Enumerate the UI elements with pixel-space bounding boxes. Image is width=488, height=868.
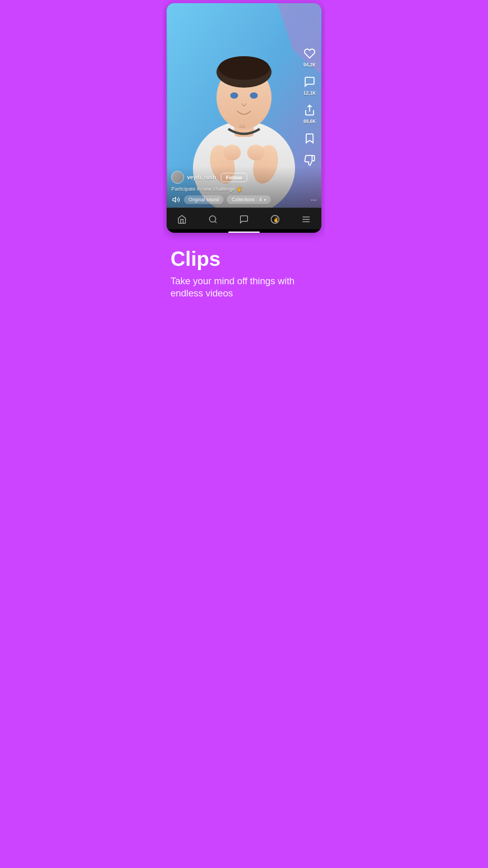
- bookmark-icon: [302, 131, 317, 146]
- svg-line-17: [215, 221, 216, 223]
- share-button[interactable]: 88,6K: [302, 102, 317, 124]
- promo-section: Clips Take your mind off things with end…: [163, 236, 325, 315]
- home-indicator: [228, 232, 260, 233]
- nav-item-messages[interactable]: [233, 213, 255, 226]
- original-sound-tag[interactable]: Original sound: [184, 195, 224, 204]
- nav-item-clips[interactable]: ✌: [264, 213, 286, 226]
- svg-text:△△: △△: [239, 123, 246, 128]
- svg-point-8: [250, 92, 258, 99]
- messages-icon: [239, 214, 249, 224]
- original-sound-label: Original sound: [189, 197, 219, 202]
- clips-icon: ✌: [270, 214, 280, 224]
- username[interactable]: veydi_rush: [187, 174, 216, 180]
- nav-item-home[interactable]: [171, 213, 193, 226]
- collections-tag[interactable]: Collections · 4 ▾: [227, 195, 271, 204]
- chevron-down-icon: ▾: [264, 198, 266, 202]
- svg-marker-15: [173, 197, 176, 202]
- like-count: 94,2K: [303, 62, 316, 68]
- promo-subtitle: Take your mind off things with endless v…: [171, 275, 317, 299]
- comment-count: 12,1K: [303, 90, 316, 96]
- more-options-button[interactable]: ···: [311, 196, 317, 204]
- nav-item-menu[interactable]: [295, 213, 317, 226]
- video-caption: Participate in new challenge ✌️: [171, 186, 317, 192]
- bookmark-button[interactable]: [302, 131, 317, 146]
- collections-label: Collections: [231, 197, 255, 202]
- phone-frame: △△ 94,2K: [163, 0, 325, 236]
- svg-point-7: [230, 92, 238, 99]
- share-count: 88,6K: [303, 119, 316, 124]
- page-wrapper: △△ 94,2K: [163, 0, 325, 868]
- follow-button[interactable]: Follow: [221, 173, 247, 182]
- video-area[interactable]: △△ 94,2K: [167, 3, 321, 208]
- collections-count: 4: [259, 197, 262, 202]
- home-icon: [177, 214, 187, 224]
- dislike-button[interactable]: [302, 153, 317, 168]
- share-icon: [302, 102, 317, 118]
- search-icon: [208, 214, 218, 224]
- thumbs-down-icon: [302, 153, 317, 168]
- collections-dot: ·: [256, 197, 257, 202]
- menu-icon: [301, 214, 311, 224]
- promo-title: Clips: [171, 248, 317, 270]
- sound-icon: [171, 195, 181, 204]
- bottom-meta-row: Original sound Collections · 4 ▾ ···: [171, 195, 317, 204]
- nav-item-search[interactable]: [202, 213, 224, 226]
- user-row: veydi_rush Follow: [171, 171, 317, 184]
- bottom-nav: ✌: [167, 208, 321, 229]
- like-button[interactable]: 94,2K: [302, 46, 317, 68]
- svg-point-6: [218, 56, 270, 80]
- comment-button[interactable]: 12,1K: [302, 74, 317, 96]
- avatar[interactable]: [171, 171, 184, 184]
- svg-point-12: [247, 145, 264, 160]
- svg-text:✌: ✌: [273, 217, 279, 223]
- phone-screen: △△ 94,2K: [167, 3, 321, 233]
- comment-icon: [302, 74, 317, 90]
- svg-point-16: [209, 216, 216, 222]
- svg-point-11: [224, 145, 241, 160]
- heart-icon: [302, 46, 317, 61]
- action-buttons: 94,2K 12,1K 88,6K: [302, 46, 317, 168]
- video-info-overlay: veydi_rush Follow Participate in new cha…: [167, 166, 321, 208]
